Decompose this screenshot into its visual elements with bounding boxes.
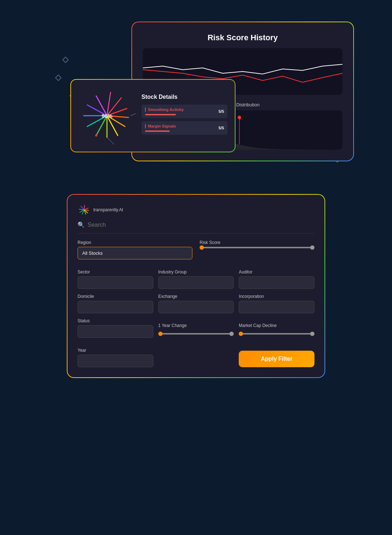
bottom-row: Year Apply Filter bbox=[78, 348, 314, 367]
domicile-input[interactable] bbox=[78, 301, 153, 313]
market-cap-decline-field: Market Cap Decline bbox=[239, 323, 314, 338]
domicile-label: Domicile bbox=[78, 294, 153, 299]
year-label: Year bbox=[78, 348, 153, 353]
sector-label: Sector bbox=[78, 269, 153, 275]
industry-group-input[interactable] bbox=[158, 276, 234, 289]
status-label: Status bbox=[78, 318, 153, 323]
region-field: Region bbox=[78, 240, 192, 259]
svg-line-15 bbox=[107, 137, 114, 144]
sector-field: Sector bbox=[78, 269, 153, 289]
risk-score-title: Risk Score History bbox=[143, 33, 342, 42]
exchange-field: Exchange bbox=[158, 294, 234, 313]
smoothing-label: Smoothing Activity bbox=[145, 107, 184, 112]
svg-point-16 bbox=[95, 134, 97, 137]
incorporation-label: Incorporation bbox=[239, 294, 314, 299]
stock-details-card: 96% Stock Details Smoothing Activity 5/5… bbox=[70, 79, 235, 152]
risk-score-field: Risk Score bbox=[200, 240, 314, 259]
exchange-label: Exchange bbox=[158, 294, 234, 299]
year-field: Year bbox=[78, 348, 153, 367]
svg-line-25 bbox=[84, 205, 85, 210]
exchange-input[interactable] bbox=[158, 301, 234, 313]
market-cap-decline-label: Market Cap Decline bbox=[239, 323, 314, 328]
radial-percentage: 96% bbox=[102, 113, 112, 119]
filter-card: transparently.AI 🔍 Region Risk Score Sec… bbox=[67, 194, 325, 378]
region-label: Region bbox=[78, 240, 192, 245]
smoothing-value: 5/5 bbox=[219, 109, 224, 114]
brand-logo-icon bbox=[78, 203, 90, 216]
detail-row-smoothing: Smoothing Activity 5/5 bbox=[141, 105, 228, 118]
apply-filter-button[interactable]: Apply Filter bbox=[239, 351, 314, 367]
incorporation-field: Incorporation bbox=[239, 294, 314, 313]
brand-row: transparently.AI bbox=[78, 203, 314, 216]
radial-chart: 96% bbox=[78, 87, 136, 144]
svg-line-14 bbox=[130, 112, 136, 116]
risk-score-slider[interactable] bbox=[200, 247, 314, 248]
one-year-slider[interactable] bbox=[158, 330, 234, 338]
industry-group-label: Industry Group bbox=[158, 269, 234, 275]
one-year-change-label: 1 Year Change bbox=[158, 323, 234, 328]
detail-row-margin: Margin Signals 5/5 bbox=[141, 121, 228, 135]
search-row[interactable]: 🔍 bbox=[78, 221, 314, 234]
sector-input[interactable] bbox=[78, 276, 153, 289]
svg-point-1 bbox=[238, 116, 241, 119]
one-year-change-field: 1 Year Change bbox=[158, 323, 234, 338]
search-input[interactable] bbox=[88, 222, 314, 228]
market-cap-slider[interactable] bbox=[239, 330, 314, 338]
auditor-field: Auditor bbox=[239, 269, 314, 289]
search-icon: 🔍 bbox=[78, 221, 85, 228]
stock-details-title: Stock Details bbox=[141, 94, 228, 100]
row-status-year-marketcap: Status 1 Year Change Market Cap Decline bbox=[78, 318, 314, 343]
incorporation-input[interactable] bbox=[239, 301, 314, 313]
row-sector-industry-auditor: Sector Industry Group Auditor bbox=[78, 269, 314, 294]
industry-group-field: Industry Group bbox=[158, 269, 234, 289]
margin-label: Margin Signals bbox=[145, 124, 176, 128]
brand-name: transparently.AI bbox=[93, 207, 123, 212]
status-input[interactable] bbox=[78, 325, 153, 338]
risk-score-label: Risk Score bbox=[200, 240, 314, 245]
apply-filter-wrapper: Apply Filter bbox=[239, 351, 314, 367]
year-input[interactable] bbox=[78, 355, 153, 367]
auditor-label: Auditor bbox=[239, 269, 314, 275]
row-domicile-exchange-incorporation: Domicile Exchange Incorporation bbox=[78, 294, 314, 318]
status-field: Status bbox=[78, 318, 153, 338]
svg-line-17 bbox=[84, 208, 89, 210]
region-input[interactable] bbox=[78, 247, 192, 259]
stock-details-info: Stock Details Smoothing Activity 5/5 Mar… bbox=[141, 94, 228, 138]
margin-value: 5/5 bbox=[219, 126, 224, 130]
auditor-input[interactable] bbox=[239, 276, 314, 289]
domicile-field: Domicile bbox=[78, 294, 153, 313]
